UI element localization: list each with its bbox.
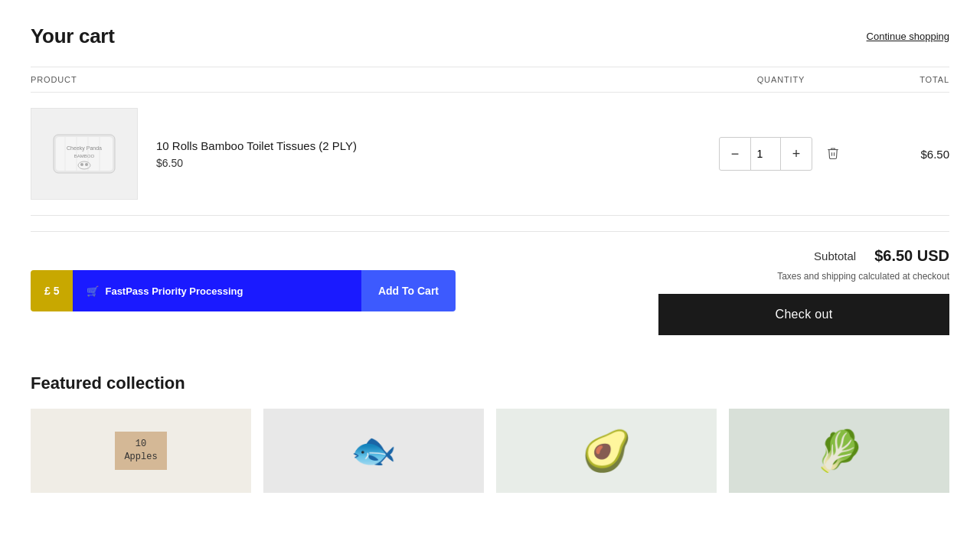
fastpass-label: 🛒 FastPass Priority Processing <box>73 270 361 311</box>
bottom-area: £ 5 🛒 FastPass Priority Processing Add T… <box>31 247 949 335</box>
cart-header: Your cart Continue shopping <box>31 0 949 67</box>
col-header-quantity: QUANTITY <box>704 75 858 84</box>
featured-title: Featured collection <box>31 373 949 393</box>
trash-icon <box>826 146 840 160</box>
fastpass-badge: £ 5 <box>31 270 73 311</box>
avocado-icon: 🥑 <box>582 428 632 474</box>
checkout-button[interactable]: Check out <box>658 294 949 335</box>
column-headers: PRODUCT QUANTITY TOTAL <box>31 67 949 93</box>
fastpass-add-button[interactable]: Add To Cart <box>361 270 456 311</box>
list-item[interactable]: 🥬 <box>729 409 949 493</box>
apples-label: 10Apples <box>115 432 166 470</box>
fish-icon: 🐟 <box>351 429 397 472</box>
quantity-increase-button[interactable]: + <box>781 138 812 170</box>
tax-note: Taxes and shipping calculated at checkou… <box>777 271 949 282</box>
table-row: Cheeky Panda BAMBOO 10 Rolls Bamboo Toil… <box>31 93 949 216</box>
quantity-input[interactable] <box>750 138 781 170</box>
fastpass-badge-text: £ 5 <box>44 285 59 297</box>
fastpass-banner: £ 5 🛒 FastPass Priority Processing Add T… <box>31 270 456 311</box>
svg-text:Cheeky Panda: Cheeky Panda <box>67 145 102 152</box>
svg-point-10 <box>85 163 88 166</box>
list-item[interactable]: 🐟 <box>263 409 484 493</box>
quantity-decrease-button[interactable]: − <box>720 138 750 170</box>
product-info: 10 Rolls Bamboo Toilet Tissues (2 PLY) $… <box>156 139 704 169</box>
col-header-total: TOTAL <box>858 75 949 84</box>
svg-text:BAMBOO: BAMBOO <box>74 154 95 158</box>
list-item[interactable]: 🥑 <box>496 409 717 493</box>
subtotal-label: Subtotal <box>814 249 856 262</box>
list-item[interactable]: 10Apples <box>31 409 251 493</box>
fastpass-area: £ 5 🛒 FastPass Priority Processing Add T… <box>31 247 456 311</box>
continue-shopping-link[interactable]: Continue shopping <box>867 31 949 42</box>
featured-grid: 10Apples 🐟 🥑 🥬 <box>31 409 949 493</box>
product-thumbnail: Cheeky Panda BAMBOO <box>31 109 137 199</box>
subtotal-row: Subtotal $6.50 USD <box>814 247 949 265</box>
section-divider <box>31 231 949 232</box>
order-summary: Subtotal $6.50 USD Taxes and shipping ca… <box>658 247 949 335</box>
cabbage-icon: 🥬 <box>815 428 864 474</box>
product-name: 10 Rolls Bamboo Toilet Tissues (2 PLY) <box>156 139 704 152</box>
svg-point-9 <box>80 163 83 166</box>
product-image: Cheeky Panda BAMBOO <box>31 108 138 200</box>
product-price: $6.50 <box>156 157 704 169</box>
cart-title: Your cart <box>31 24 115 48</box>
quantity-control: − + <box>704 137 858 171</box>
cart-icon: 🛒 <box>87 285 99 297</box>
delete-item-button[interactable] <box>823 143 843 165</box>
featured-section: Featured collection 10Apples 🐟 🥑 🥬 <box>31 373 949 493</box>
item-total: $6.50 <box>858 148 949 161</box>
col-header-product: PRODUCT <box>31 75 704 84</box>
subtotal-value: $6.50 USD <box>874 247 949 265</box>
fastpass-label-text: FastPass Priority Processing <box>105 285 243 297</box>
toilet-paper-svg: Cheeky Panda BAMBOO <box>50 127 119 181</box>
quantity-stepper: − + <box>719 137 812 171</box>
apples-card: 10Apples <box>31 409 251 493</box>
